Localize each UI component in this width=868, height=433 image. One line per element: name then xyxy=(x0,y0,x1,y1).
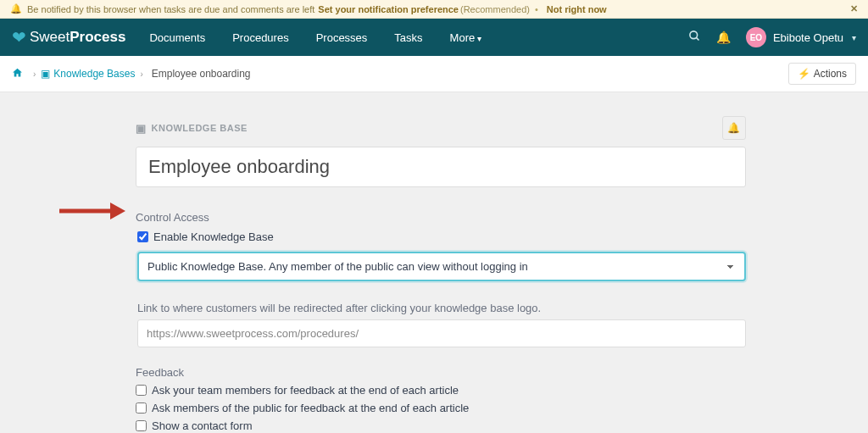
svg-marker-3 xyxy=(110,203,125,219)
nav-links: Documents Procedures Processes Tasks Mor… xyxy=(149,31,481,44)
close-icon[interactable]: ✕ xyxy=(850,3,858,14)
feedback-team-checkbox[interactable] xyxy=(136,385,147,396)
feedback-contact-row: Show a contact form xyxy=(136,419,746,432)
actions-button[interactable]: ⚡ Actions xyxy=(788,63,856,85)
control-access-label: Control Access xyxy=(136,211,746,224)
pointer-arrow xyxy=(58,201,125,224)
nav-right: 🔔 EO Ebibote Opetu xyxy=(688,27,856,47)
enable-kb-checkbox[interactable] xyxy=(137,231,148,242)
search-icon[interactable] xyxy=(688,30,701,45)
breadcrumb-knowledge-bases[interactable]: ▣ Knowledge Bases xyxy=(41,68,135,80)
breadcrumb-current: Employee onboarding xyxy=(152,68,251,80)
recommended-text: (Recommended) xyxy=(460,4,530,14)
title-input[interactable] xyxy=(136,147,746,187)
notifications-icon[interactable]: 🔔 xyxy=(716,31,731,44)
not-right-now-link[interactable]: Not right now xyxy=(547,4,607,14)
nav-documents[interactable]: Documents xyxy=(149,31,205,44)
nav-tasks[interactable]: Tasks xyxy=(394,31,422,44)
enable-kb-row: Enable Knowledge Base xyxy=(137,230,746,243)
separator-dot: • xyxy=(535,4,538,14)
subscribe-button[interactable]: 🔔 xyxy=(722,116,746,140)
actions-label: Actions xyxy=(814,68,847,80)
main-content: ▣ KNOWLEDGE BASE 🔔 Control Access Enable… xyxy=(0,92,868,433)
feedback-public-row: Ask members of the public for feedback a… xyxy=(136,402,746,414)
logo[interactable]: ❤ SweetProcess xyxy=(12,27,125,47)
redirect-link-input[interactable] xyxy=(137,319,746,347)
logo-sweet: Sweet xyxy=(30,29,70,46)
feedback-section: Feedback Ask your team members for feedb… xyxy=(136,366,746,432)
chevron-icon: › xyxy=(33,69,36,79)
feedback-team-label: Ask your team members for feedback at th… xyxy=(152,384,459,397)
feedback-public-checkbox[interactable] xyxy=(136,402,147,414)
link-help-text: Link to where customers will be redirect… xyxy=(137,302,746,314)
book-icon: ▣ xyxy=(136,122,147,135)
user-name: Ebibote Opetu xyxy=(773,31,843,44)
bell-icon: 🔔 xyxy=(10,3,22,14)
banner-text: Be notified by this browser when tasks a… xyxy=(27,4,314,14)
navbar: ❤ SweetProcess Documents Procedures Proc… xyxy=(0,19,868,56)
nav-more[interactable]: More xyxy=(450,31,481,44)
logo-icon: ❤ xyxy=(12,27,26,47)
section-label: KNOWLEDGE BASE xyxy=(152,123,248,133)
lightning-icon: ⚡ xyxy=(798,68,810,80)
nav-processes[interactable]: Processes xyxy=(316,31,368,44)
feedback-team-row: Ask your team members for feedback at th… xyxy=(136,384,746,397)
notification-banner: 🔔 Be notified by this browser when tasks… xyxy=(0,0,868,19)
enable-kb-label: Enable Knowledge Base xyxy=(153,230,274,243)
chevron-icon: › xyxy=(140,69,142,79)
section-header: ▣ KNOWLEDGE BASE 🔔 xyxy=(136,116,746,140)
user-menu[interactable]: EO Ebibote Opetu xyxy=(746,27,856,47)
feedback-public-label: Ask members of the public for feedback a… xyxy=(152,402,469,414)
svg-line-1 xyxy=(696,37,698,40)
form-content: ▣ KNOWLEDGE BASE 🔔 Control Access Enable… xyxy=(136,116,746,433)
feedback-contact-label: Show a contact form xyxy=(152,419,253,432)
feedback-label: Feedback xyxy=(136,366,746,379)
breadcrumb: › ▣ Knowledge Bases › Employee onboardin… xyxy=(0,56,868,92)
avatar: EO xyxy=(746,27,766,47)
svg-point-0 xyxy=(690,31,698,39)
logo-process: Process xyxy=(70,29,125,46)
nav-procedures[interactable]: Procedures xyxy=(232,31,288,44)
breadcrumb-kb-label: Knowledge Bases xyxy=(53,68,135,80)
control-access-section: Enable Knowledge Base Public Knowledge B… xyxy=(129,230,746,347)
feedback-contact-checkbox[interactable] xyxy=(136,420,147,431)
home-icon[interactable] xyxy=(12,67,23,80)
set-notification-link[interactable]: Set your notification preference xyxy=(318,4,459,14)
access-level-select[interactable]: Public Knowledge Base. Any member of the… xyxy=(137,252,746,281)
book-icon: ▣ xyxy=(41,68,50,80)
